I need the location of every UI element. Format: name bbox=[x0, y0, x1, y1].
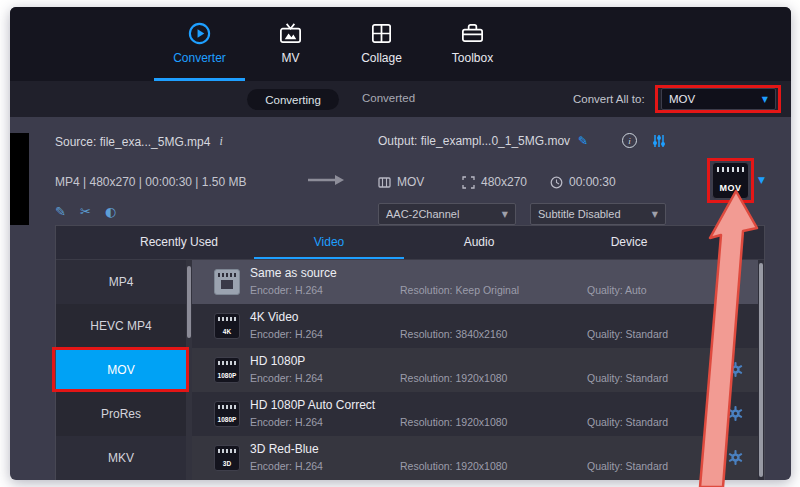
output-label: Output: file_exampl...0_1_5MG.mov bbox=[378, 134, 570, 148]
effect-icon[interactable]: ◐ bbox=[105, 204, 116, 219]
profile-settings-gear-icon[interactable] bbox=[728, 362, 743, 377]
profile-resolution: Resolution: Keep Original bbox=[400, 284, 519, 296]
source-row: Source: file_exa..._5MG.mp4 i bbox=[55, 134, 223, 149]
chevron-down-icon: ▼ bbox=[502, 210, 508, 219]
output-row: Output: file_exampl...0_1_5MG.mov ✎ bbox=[378, 134, 588, 148]
mv-icon bbox=[278, 21, 303, 46]
sidebar-item-prores[interactable]: ProRes bbox=[56, 392, 186, 436]
profile-quality: Quality: Standard bbox=[587, 460, 668, 472]
sidebar-item-mov[interactable]: MOV bbox=[56, 348, 186, 392]
tab-collage-label: Collage bbox=[361, 51, 402, 65]
profile-name: Same as source bbox=[250, 266, 337, 280]
convert-direction-arrow-icon bbox=[306, 173, 346, 187]
profile-settings-gear-icon[interactable] bbox=[728, 406, 743, 421]
audio-track-dropdown[interactable]: AAC-2Channel ▼ bbox=[378, 203, 516, 225]
format-4k-icon: 4K bbox=[214, 313, 240, 339]
profile-resolution: Resolution: 1920x1080 bbox=[400, 460, 507, 472]
edit-toolbar: ✎ ✂ ◐ bbox=[55, 204, 116, 219]
tab-mv[interactable]: MV bbox=[245, 7, 336, 81]
main-navigation: Converter MV Collage Toolbox bbox=[10, 7, 791, 81]
convert-all-value: MOV bbox=[669, 93, 695, 105]
film-frame-icon bbox=[378, 176, 391, 189]
format-1080p-icon: 1080P bbox=[214, 401, 240, 427]
tab-audio[interactable]: Audio bbox=[404, 226, 554, 259]
profile-badge-label: 4K bbox=[215, 328, 239, 335]
output-format-badge[interactable]: MOV bbox=[712, 162, 749, 199]
tab-collage[interactable]: Collage bbox=[336, 7, 427, 81]
profile-quality: Quality: Auto bbox=[587, 284, 647, 296]
profile-row-same-as-source[interactable]: Same as source Encoder: H.264 Resolution… bbox=[192, 260, 758, 304]
profile-row-hd-1080p[interactable]: 1080P HD 1080P Encoder: H.264 Resolution… bbox=[192, 348, 758, 392]
profile-resolution: Resolution: 1920x1080 bbox=[400, 416, 507, 428]
tab-recently-used[interactable]: Recently Used bbox=[104, 226, 254, 259]
output-resolution-value: 480x270 bbox=[481, 175, 527, 189]
cut-icon[interactable]: ✂ bbox=[80, 204, 91, 219]
tab-converter[interactable]: Converter bbox=[154, 7, 245, 81]
tab-video[interactable]: Video bbox=[254, 226, 404, 259]
profile-list: Same as source Encoder: H.264 Resolution… bbox=[192, 260, 758, 480]
subtitle-dropdown[interactable]: Subtitle Disabled ▼ bbox=[530, 203, 666, 225]
profile-settings-gear-icon[interactable] bbox=[728, 450, 743, 465]
profile-row-3d-red-blue[interactable]: 3D 3D Red-Blue Encoder: H.264 Resolution… bbox=[192, 436, 758, 480]
profile-badge-label: 3D bbox=[215, 460, 239, 467]
converter-icon bbox=[187, 21, 212, 46]
format-sidebar: MP4 HEVC MP4 MOV ProRes MKV bbox=[56, 260, 186, 480]
profile-list-scrollbar-thumb[interactable] bbox=[759, 263, 763, 477]
settings-adjust-icon[interactable] bbox=[652, 134, 666, 148]
format-3d-icon: 3D bbox=[214, 445, 240, 471]
profile-quality: Quality: Standard bbox=[587, 328, 668, 340]
profile-encoder: Encoder: H.264 bbox=[250, 328, 323, 340]
profile-name: HD 1080P Auto Correct bbox=[250, 398, 375, 412]
profile-row-hd-1080p-auto-correct[interactable]: 1080P HD 1080P Auto Correct Encoder: H.2… bbox=[192, 392, 758, 436]
source-label: Source: file_exa..._5MG.mp4 bbox=[55, 135, 210, 149]
profile-row-4k-video[interactable]: 4K 4K Video Encoder: H.264 Resolution: 3… bbox=[192, 304, 758, 348]
output-duration-meta: 00:00:30 bbox=[550, 175, 616, 189]
profile-quality: Quality: Standard bbox=[587, 416, 668, 428]
profile-name: 4K Video bbox=[250, 310, 299, 324]
format-panel: Recently Used Video Audio Device MP4 HEV… bbox=[55, 225, 765, 480]
profile-resolution: Resolution: 3840x2160 bbox=[400, 328, 507, 340]
edit-icon[interactable]: ✎ bbox=[55, 204, 66, 219]
tab-device[interactable]: Device bbox=[554, 226, 704, 259]
format-1080p-icon: 1080P bbox=[214, 357, 240, 383]
profile-encoder: Encoder: H.264 bbox=[250, 460, 323, 472]
output-actions: i bbox=[622, 133, 666, 148]
video-thumbnail-edge bbox=[10, 133, 29, 225]
edit-output-name-icon[interactable]: ✎ bbox=[578, 134, 588, 148]
output-resolution-meta: 480x270 bbox=[462, 175, 527, 189]
convert-all-dropdown[interactable]: MOV ▼ bbox=[661, 88, 776, 110]
collage-icon bbox=[369, 21, 394, 46]
profile-list-scrollbar[interactable] bbox=[758, 260, 764, 480]
tab-toolbox[interactable]: Toolbox bbox=[427, 7, 518, 81]
sidebar-scrollbar-thumb[interactable] bbox=[187, 266, 191, 338]
toolbox-icon bbox=[460, 21, 485, 46]
convert-all-label: Convert All to: bbox=[573, 93, 645, 105]
profile-name: 3D Red-Blue bbox=[250, 442, 319, 456]
output-info-icon[interactable]: i bbox=[622, 133, 637, 148]
converted-tab[interactable]: Converted bbox=[362, 92, 415, 104]
chevron-down-icon: ▼ bbox=[652, 210, 658, 219]
chevron-down-icon: ▼ bbox=[762, 95, 768, 104]
output-format-meta: MOV bbox=[378, 175, 424, 189]
profile-badge-label: 1080P bbox=[215, 416, 239, 423]
tab-toolbox-label: Toolbox bbox=[452, 51, 493, 65]
tab-converter-label: Converter bbox=[173, 51, 226, 65]
output-format-badge-label: MOV bbox=[713, 183, 748, 193]
tab-mv-label: MV bbox=[282, 51, 300, 65]
profile-badge-label: 1080P bbox=[215, 372, 239, 379]
output-format-value: MOV bbox=[397, 175, 424, 189]
profile-name: HD 1080P bbox=[250, 354, 305, 368]
sidebar-item-mp4[interactable]: MP4 bbox=[56, 260, 186, 304]
profile-encoder: Encoder: H.264 bbox=[250, 372, 323, 384]
profile-encoder: Encoder: H.264 bbox=[250, 416, 323, 428]
app-window: Converter MV Collage Toolbox bbox=[10, 7, 791, 480]
source-info-icon[interactable]: i bbox=[219, 134, 222, 149]
profile-quality: Quality: Standard bbox=[587, 372, 668, 384]
sidebar-item-hevc-mp4[interactable]: HEVC MP4 bbox=[56, 304, 186, 348]
source-meta: MP4 | 480x270 | 00:00:30 | 1.50 MB bbox=[55, 175, 246, 189]
profile-resolution: Resolution: 1920x1080 bbox=[400, 372, 507, 384]
converting-tab[interactable]: Converting bbox=[247, 89, 339, 110]
format-badge-dropdown-arrow[interactable]: ▼ bbox=[758, 175, 765, 185]
sidebar-item-mkv[interactable]: MKV bbox=[56, 436, 186, 480]
profile-encoder: Encoder: H.264 bbox=[250, 284, 323, 296]
